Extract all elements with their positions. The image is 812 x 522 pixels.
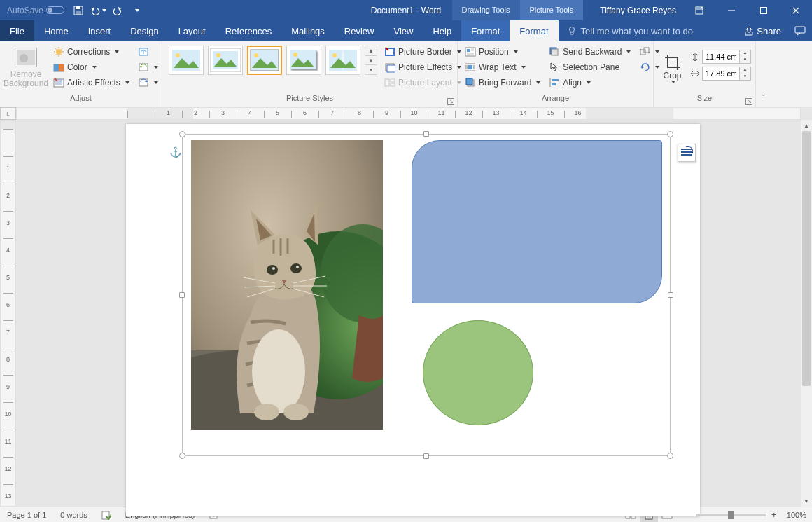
gallery-more-icon[interactable]: ▾ (365, 64, 377, 74)
document-page[interactable]: ⚓ (126, 124, 700, 516)
picture-layout-button: Picture Layout (382, 75, 464, 90)
scroll-thumb[interactable] (802, 131, 811, 386)
horizontal-ruler[interactable]: 12345678910111213141516171819 (16, 107, 801, 120)
svg-point-19 (176, 53, 180, 57)
corrections-button[interactable]: Corrections (50, 44, 132, 60)
dropdown-icon (125, 81, 130, 84)
tab-home[interactable]: Home (34, 20, 78, 41)
artistic-effects-button[interactable]: Artistic Effects (50, 75, 132, 90)
autosave-toggle[interactable]: AutoSave (4, 6, 67, 15)
style-thumb-5[interactable] (326, 46, 360, 75)
svg-point-5 (569, 27, 574, 32)
undo-more-icon[interactable] (102, 9, 106, 12)
minimize-button[interactable] (715, 0, 748, 20)
svg-point-61 (290, 263, 302, 273)
zoom-percent[interactable]: 100% (787, 511, 806, 519)
tab-references[interactable]: References (216, 20, 281, 41)
comments-pane-button[interactable] (788, 20, 812, 41)
vertical-scrollbar[interactable]: ▲ ▼ (801, 120, 812, 507)
gallery-down-icon[interactable]: ▼ (365, 55, 377, 65)
width-input[interactable] (702, 67, 740, 81)
selection-pane-button[interactable]: Selection Pane (546, 60, 634, 75)
compress-icon (138, 46, 149, 57)
spellcheck-status[interactable] (94, 507, 118, 522)
dropdown-icon (115, 50, 119, 53)
tab-view[interactable]: View (384, 20, 423, 41)
style-thumb-3[interactable] (247, 46, 282, 75)
styles-dialog-launcher[interactable] (447, 98, 454, 105)
tab-file[interactable]: File (0, 20, 34, 41)
ribbon-display-options-button[interactable] (683, 0, 715, 20)
scroll-down-button[interactable]: ▼ (801, 495, 812, 507)
save-button[interactable] (70, 2, 87, 19)
svg-point-59 (252, 329, 305, 413)
svg-rect-44 (466, 78, 472, 85)
tab-format-drawing[interactable]: Format (461, 20, 510, 41)
collapse-ribbon-button[interactable]: ˆ (762, 94, 764, 104)
size-dialog-launcher[interactable] (746, 98, 752, 105)
customize-qat-button[interactable] (129, 2, 146, 19)
account-name[interactable]: Tiffany Grace Reyes (593, 6, 683, 15)
width-down[interactable]: ▼ (740, 74, 750, 81)
tab-review[interactable]: Review (335, 20, 384, 41)
close-button[interactable] (780, 0, 812, 20)
green-circle-shape[interactable] (423, 320, 533, 425)
svg-rect-13 (54, 79, 64, 87)
picture-border-button[interactable]: Picture Border (382, 44, 464, 60)
share-button[interactable]: Share (737, 20, 788, 41)
gallery-up-icon[interactable]: ▲ (365, 46, 377, 55)
word-count-status[interactable]: 0 words (53, 507, 94, 522)
tab-layout[interactable]: Layout (169, 20, 216, 41)
maximize-button[interactable] (748, 0, 780, 20)
kitten-photo[interactable] (191, 140, 383, 430)
spellcheck-icon (102, 510, 111, 520)
style-thumb-4[interactable] (286, 46, 321, 75)
redo-button[interactable] (109, 2, 126, 19)
tab-design[interactable]: Design (120, 20, 168, 41)
scroll-up-button[interactable]: ▲ (801, 120, 812, 131)
align-icon (549, 77, 560, 88)
tell-me-search[interactable]: Tell me what you want to do (559, 20, 701, 41)
height-input[interactable] (702, 50, 740, 64)
picture-effects-button[interactable]: Picture Effects (382, 60, 464, 75)
artistic-effects-icon (53, 77, 64, 88)
send-backward-button[interactable]: Send Backward (546, 44, 634, 60)
bring-forward-button[interactable]: Bring Forward (462, 75, 543, 90)
change-picture-button[interactable] (135, 60, 161, 75)
reset-picture-button[interactable] (135, 75, 161, 90)
style-thumb-1[interactable] (169, 46, 204, 75)
shape-height-field[interactable]: ▲▼ (688, 49, 751, 64)
tab-format-picture[interactable]: Format (510, 20, 558, 41)
lightbulb-icon (567, 26, 577, 36)
tab-mailings[interactable]: Mailings (281, 20, 335, 41)
tab-help[interactable]: Help (423, 20, 461, 41)
tab-selector[interactable]: L (0, 107, 16, 120)
change-picture-icon (138, 62, 149, 73)
position-button[interactable]: Position (462, 44, 543, 60)
compress-pictures-button[interactable] (135, 44, 161, 60)
zoom-in-button[interactable]: + (769, 509, 780, 520)
zoom-slider[interactable] (696, 514, 766, 516)
align-button[interactable]: Align (546, 75, 634, 90)
style-thumb-2[interactable] (208, 46, 243, 75)
blue-rounded-rect-shape[interactable] (412, 140, 662, 303)
gallery-scroll[interactable]: ▲ ▼ ▾ (365, 46, 377, 75)
height-up[interactable]: ▲ (740, 50, 750, 57)
wrap-text-button[interactable]: Wrap Text (462, 60, 543, 75)
undo-button[interactable] (90, 2, 106, 19)
tab-insert[interactable]: Insert (78, 20, 121, 41)
layout-options-button[interactable] (678, 144, 696, 162)
picture-styles-gallery[interactable]: ▲ ▼ ▾ (167, 44, 377, 76)
document-workspace: L 12345678910111213141516171819 12345678… (0, 107, 812, 507)
remove-background-button: Remove Background (4, 44, 48, 92)
svg-rect-41 (467, 49, 470, 52)
width-up[interactable]: ▲ (740, 67, 750, 74)
svg-rect-6 (795, 27, 805, 33)
crop-icon (664, 53, 682, 71)
vertical-ruler[interactable]: 12345678910111213 (0, 120, 16, 507)
height-down[interactable]: ▼ (740, 57, 750, 64)
color-button[interactable]: Color (50, 60, 132, 75)
shape-width-field[interactable]: ▲▼ (688, 66, 751, 81)
crop-button[interactable]: Crop (658, 44, 687, 92)
page-number-status[interactable]: Page 1 of 1 (0, 507, 53, 522)
